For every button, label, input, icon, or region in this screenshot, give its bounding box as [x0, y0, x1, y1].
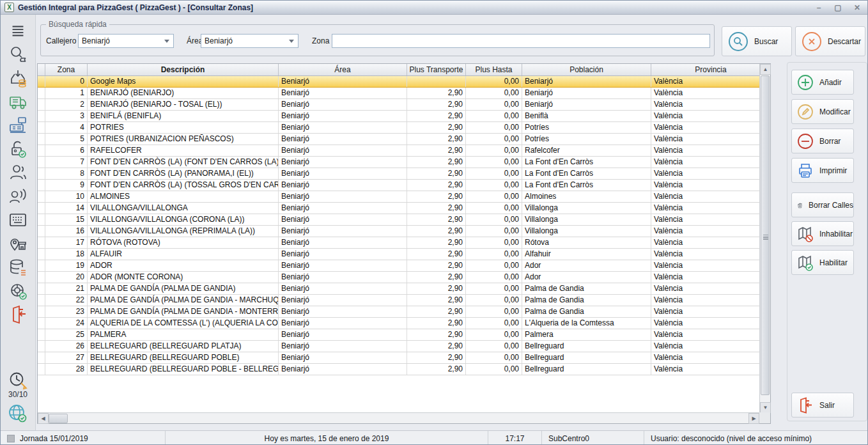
inhabilitar-button[interactable]: Inhabilitar	[791, 221, 854, 246]
table-row[interactable]: 15VILALLONGA/VILLALONGA (CORONA (LA))Ben…	[38, 214, 759, 226]
vertical-scrollbar[interactable]: ▲ ▼	[759, 64, 770, 413]
table-row[interactable]: 0Google MapsBeniarjó0,00BeniarjóValència	[38, 76, 759, 88]
add-circle-icon	[796, 74, 814, 91]
column-header[interactable]: Plus Transporte	[407, 64, 466, 75]
action-panel: Añadir Modificar Borrar Imprimir Borrar …	[787, 62, 867, 421]
modificar-button[interactable]: Modificar	[791, 99, 854, 124]
cell: Villalonga	[522, 203, 651, 214]
table-row[interactable]: 4POTRIESBeniarjó2,900,00PotríesValència	[38, 122, 759, 134]
zones-table-header[interactable]: ZonaDescripciónÁreaPlus TransportePlus H…	[38, 64, 770, 76]
table-row[interactable]: 22PALMA DE GANDÍA (PALMA DE GANDIA - MAR…	[38, 295, 759, 306]
unlock-check-icon[interactable]	[5, 137, 31, 160]
row-indicator-cell	[38, 122, 45, 133]
table-row[interactable]: 8FONT D'EN CARRÒS (LA) (PANORAMA,I (EL))…	[38, 168, 759, 180]
work-hours-clock-icon[interactable]	[5, 369, 31, 393]
table-row[interactable]: 27BELLREGUARD (BELLREGUARD POBLE)Beniarj…	[38, 352, 759, 364]
descartar-button[interactable]: Descartar	[795, 26, 865, 56]
cell: 2,90	[407, 249, 466, 260]
borrar-button[interactable]: Borrar	[791, 129, 854, 153]
column-header[interactable]: Provincia	[651, 64, 770, 75]
cell: Beniarjó	[279, 168, 407, 179]
keypad-icon[interactable]	[5, 208, 31, 231]
table-row[interactable]: 21PALMA DE GANDÍA (PALMA DE GANDIA)Benia…	[38, 283, 759, 295]
area-select[interactable]: Beniarjó	[201, 34, 298, 48]
table-row[interactable]: 9FONT D'EN CARRÒS (LA) (TOSSAL GROS D'EN…	[38, 180, 759, 191]
zona-input[interactable]	[332, 34, 710, 48]
cell: 0,00	[466, 329, 522, 340]
cell: 2,90	[407, 329, 466, 340]
table-row[interactable]: 6RAFELCOFERBeniarjó2,900,00RafelcoferVal…	[38, 145, 759, 157]
column-header[interactable]: Zona	[45, 64, 88, 75]
borrar-calles-button[interactable]: Borrar Calles	[791, 192, 854, 217]
row-indicator-cell	[38, 180, 45, 191]
cell: 22	[45, 295, 88, 306]
customer-icon[interactable]	[5, 160, 31, 184]
caller-id-icon[interactable]	[5, 184, 31, 208]
column-header[interactable]: Plus Hasta	[466, 64, 522, 75]
table-row[interactable]: 26BELLREGUARD (BELLREGUARD PLATJA)Beniar…	[38, 341, 759, 352]
table-row[interactable]: 20ADOR (MONTE CORONA)Beniarjó2,900,00Ado…	[38, 272, 759, 283]
cell: ALFAUIR	[88, 249, 279, 260]
cell: Palma de Gandia	[522, 283, 651, 294]
table-row[interactable]: 23PALMA DE GANDÍA (PALMA DE GANDIA - MON…	[38, 306, 759, 318]
table-row[interactable]: 25PALMERABeniarjó2,900,00PalmeraValència	[38, 329, 759, 341]
cell: Beniarjó	[279, 237, 407, 248]
anadir-button[interactable]: Añadir	[791, 70, 854, 95]
cell: 0,00	[466, 341, 522, 352]
indicator-column-header[interactable]	[38, 64, 45, 75]
table-row[interactable]: 7FONT D'EN CARRÒS (LA) (FONT D'EN CARROS…	[38, 157, 759, 168]
online-globe-icon[interactable]	[5, 402, 31, 425]
scroll-up-icon[interactable]: ▲	[760, 64, 771, 75]
column-header[interactable]: Población	[522, 64, 651, 75]
horizontal-scrollbar[interactable]: ◀ ▶	[38, 412, 759, 423]
column-header[interactable]: Descripción	[88, 64, 279, 75]
horizontal-scroll-thumb[interactable]	[49, 414, 68, 423]
table-row[interactable]: 24ALQUERIA DE LA COMTESSA (L') (ALQUERIA…	[38, 318, 759, 329]
column-header[interactable]: Área	[279, 64, 407, 75]
cell: Google Maps	[88, 76, 279, 87]
cash-intake-icon[interactable]	[5, 66, 31, 90]
database-icon[interactable]	[5, 255, 31, 279]
cell: 2,90	[407, 318, 466, 329]
table-row[interactable]: 19ADORBeniarjó2,900,00AdorValència	[38, 260, 759, 272]
cell: 2,90	[407, 364, 466, 375]
habilitar-button[interactable]: Habilitar	[791, 250, 854, 275]
cell: Beniarjó	[279, 122, 407, 133]
table-row[interactable]: 14VILALLONGA/VILLALONGABeniarjó2,900,00V…	[38, 203, 759, 214]
table-row[interactable]: 10ALMOINESBeniarjó2,900,00AlmoinesValènc…	[38, 191, 759, 203]
cell: 2,90	[407, 134, 466, 144]
table-row[interactable]: 16VILALLONGA/VILLALONGA (REPRIMALA (LA))…	[38, 226, 759, 237]
table-row[interactable]: 17RÓTOVA (ROTOVA)Beniarjó2,900,00RótovaV…	[38, 237, 759, 249]
menu-icon[interactable]	[5, 19, 31, 42]
cell: 2,90	[407, 203, 466, 214]
search-icon	[729, 32, 748, 51]
buscar-button[interactable]: Buscar	[722, 26, 792, 56]
search-document-icon[interactable]	[5, 42, 31, 66]
minimize-button[interactable]: –	[814, 1, 824, 15]
imprimir-button[interactable]: Imprimir	[791, 158, 854, 183]
store-locator-icon[interactable]	[5, 231, 31, 255]
close-button[interactable]: ✕	[852, 1, 862, 15]
cell: ADOR	[88, 260, 279, 271]
callejero-select[interactable]: Beniarjó	[78, 34, 174, 48]
cell: 0,00	[466, 318, 522, 329]
time-section: 17:17	[488, 431, 542, 445]
cash-register-icon[interactable]	[5, 113, 31, 137]
table-row[interactable]: 5POTRIES (URBANIZACION PEÑASCOS)Beniarjó…	[38, 134, 759, 145]
table-row[interactable]: 18ALFAUIRBeniarjó2,900,00AlfahuirValènci…	[38, 249, 759, 260]
table-row[interactable]: 3BENIFLÁ (BENIFLA)Beniarjó2,900,00Benifl…	[38, 111, 759, 122]
map-enable-icon	[796, 254, 814, 272]
table-row[interactable]: 2BENIARJÓ (BENIARJO - TOSAL (EL))Beniarj…	[38, 99, 759, 111]
vertical-scroll-thumb[interactable]	[761, 75, 770, 395]
table-row[interactable]: 1BENIARJÓ (BENIARJO)Beniarjó2,900,00Beni…	[38, 88, 759, 99]
scroll-left-icon[interactable]: ◀	[38, 413, 49, 424]
table-row[interactable]: 28BELLREGUARD (BELLREGUARD POBLE - BELLR…	[38, 364, 759, 375]
scroll-right-icon[interactable]: ▶	[748, 413, 759, 424]
maximize-button[interactable]: ▢	[833, 1, 843, 15]
scroll-down-icon[interactable]: ▼	[760, 402, 771, 413]
cell: València	[651, 364, 759, 375]
logout-door-icon[interactable]	[5, 302, 31, 326]
salir-button[interactable]: Salir	[791, 393, 854, 418]
delivery-truck-icon[interactable]	[5, 90, 31, 113]
support-ring-icon[interactable]	[5, 279, 31, 302]
